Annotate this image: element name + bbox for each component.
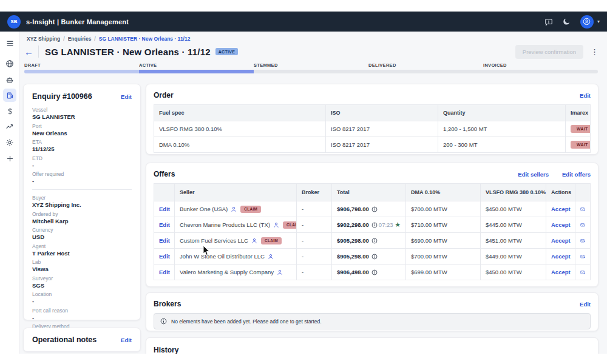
page-header: ← SG LANNISTER · New Orleans · 11/12 ACT… xyxy=(24,44,599,59)
claim-badge[interactable]: CLAIM xyxy=(261,237,282,244)
dma-price: $690.00 MTW xyxy=(406,233,481,248)
offers-title: Offers xyxy=(154,170,175,178)
user-menu-caret-icon[interactable]: ▾ xyxy=(597,19,600,24)
accept-offer-link[interactable]: Accept xyxy=(551,221,571,228)
preview-confirmation-button[interactable]: Preview confirmation xyxy=(515,45,583,59)
offer-row: Edit Custom Fuel Services LLC CLAIM - $9… xyxy=(154,233,590,249)
settings-gear-icon[interactable] xyxy=(0,135,19,150)
send-mail-icon[interactable] xyxy=(580,237,585,244)
back-arrow-icon[interactable]: ← xyxy=(24,47,33,57)
person-icon[interactable] xyxy=(231,206,237,212)
broker-cell: - xyxy=(297,217,332,232)
edit-offer-link[interactable]: Edit xyxy=(159,237,170,244)
person-icon[interactable] xyxy=(273,222,279,228)
vlsfo-price: $449.00 MTW xyxy=(481,249,546,264)
seller-name: Valero Marketing & Supply Company xyxy=(180,269,274,275)
send-mail-icon[interactable] xyxy=(580,269,585,276)
feedback-icon[interactable] xyxy=(544,18,553,26)
menu-icon[interactable] xyxy=(0,35,19,51)
imarex-wait-badge[interactable]: WAIT xyxy=(571,141,590,149)
accept-offer-link[interactable]: Accept xyxy=(551,253,571,260)
total-amount: $906,798.00 xyxy=(337,206,369,212)
edit-offers-link[interactable]: Edit offers xyxy=(562,171,591,178)
send-mail-icon[interactable] xyxy=(580,206,585,213)
edit-order-link[interactable]: Edit xyxy=(580,92,591,99)
globe-icon[interactable] xyxy=(0,56,19,72)
field-ordered-by: Ordered byMitchell Karp xyxy=(32,211,132,225)
edit-offer-link[interactable]: Edit xyxy=(159,221,170,228)
step-invoiced: INVOICED xyxy=(483,62,598,68)
operational-notes-title: Operational notes xyxy=(32,335,97,344)
breadcrumb-item[interactable]: XYZ Shipping xyxy=(27,36,60,42)
info-icon[interactable] xyxy=(371,238,378,244)
edit-offer-link[interactable]: Edit xyxy=(159,206,170,212)
offer-timer: 07:23 xyxy=(379,221,393,228)
edit-sellers-link[interactable]: Edit sellers xyxy=(518,171,549,178)
seller-name: John W Stone Oil Distributor LLC xyxy=(180,253,265,260)
pricing-dollar-icon[interactable] xyxy=(0,103,19,119)
seller-name: Bunker One (USA) xyxy=(180,206,228,212)
send-mail-icon[interactable] xyxy=(580,253,585,260)
field-surveyor: SurveyorSGS xyxy=(32,275,132,289)
order-row: VLSFO RMG 380 0.10% ISO 8217 2017 1,200 … xyxy=(154,121,590,137)
offers-card: Offers Edit sellers Edit offers Seller B… xyxy=(146,163,599,287)
person-icon[interactable] xyxy=(268,254,274,260)
operational-notes-card: Operational notes Edit xyxy=(23,328,141,352)
mouse-cursor xyxy=(203,245,211,258)
status-badge: ACTIVE xyxy=(215,48,238,55)
col-actions: Actions xyxy=(546,184,575,201)
analytics-trend-icon[interactable] xyxy=(0,119,19,135)
send-mail-icon[interactable] xyxy=(580,221,585,229)
info-icon[interactable] xyxy=(371,269,378,275)
iso-spec: ISO 8217 2017 xyxy=(326,121,438,136)
edit-enquiry-link[interactable]: Edit xyxy=(121,93,132,100)
accept-offer-link[interactable]: Accept xyxy=(551,269,571,275)
status-stepper: DRAFT ACTIVE STEMMED DELIVERED INVOICED xyxy=(24,62,598,68)
user-avatar[interactable] xyxy=(580,15,594,29)
breadcrumb-item[interactable]: Enquiries xyxy=(68,36,92,42)
kebab-menu-icon[interactable]: ⋮ xyxy=(591,47,599,56)
screen: SB s-Insight | Bunker Management ▾ xyxy=(0,0,607,364)
add-plus-icon[interactable] xyxy=(0,150,19,166)
vlsfo-price: $450.00 MTW xyxy=(481,265,546,280)
stepper-progress-bar xyxy=(24,70,598,73)
breadcrumb-separator: / xyxy=(91,36,98,42)
offer-row: Edit Valero Marketing & Supply Company -… xyxy=(154,265,590,280)
edit-offer-link[interactable]: Edit xyxy=(159,269,170,275)
claim-badge[interactable]: CLAIM xyxy=(240,206,261,213)
accept-offer-link[interactable]: Accept xyxy=(551,206,571,212)
card-divider xyxy=(32,189,132,190)
dark-mode-moon-icon[interactable] xyxy=(563,18,571,25)
col-fuel-spec: Fuel spec xyxy=(154,105,326,121)
dma-price: $710.00 MTW xyxy=(406,217,481,232)
imarex-wait-badge[interactable]: WAIT xyxy=(571,125,590,133)
field-etd: ETD- xyxy=(32,155,132,169)
field-port: PortNew Orleans xyxy=(32,123,132,137)
info-icon[interactable] xyxy=(371,222,378,228)
col-iso: ISO xyxy=(326,105,438,121)
best-offer-star-icon[interactable]: ★ xyxy=(395,221,401,229)
bunker-fuel-icon[interactable] xyxy=(0,87,19,103)
accept-offer-link[interactable]: Accept xyxy=(551,237,571,244)
claim-badge[interactable]: CLAIM xyxy=(283,221,297,229)
edit-offer-link[interactable]: Edit xyxy=(159,253,170,260)
person-icon[interactable] xyxy=(277,269,283,275)
app-body: XYZ Shipping/Enquiries/SG LANNISTER · Ne… xyxy=(0,32,607,354)
page-title: SG LANNISTER · New Orleans · 11/12 xyxy=(45,47,211,57)
edit-brokers-link[interactable]: Edit xyxy=(580,301,591,308)
vlsfo-price: $450.00 MTW xyxy=(481,201,546,217)
broker-cell: - xyxy=(297,201,332,217)
field-eta: ETA11/12/25 xyxy=(32,139,132,153)
order-card: Order Edit Fuel spec ISO Quantity Imarex… xyxy=(146,84,599,155)
edit-operational-notes-link[interactable]: Edit xyxy=(121,337,132,343)
vessel-icon[interactable] xyxy=(0,72,19,87)
broker-cell: - xyxy=(297,249,332,264)
info-icon[interactable] xyxy=(371,206,378,212)
offer-row: Edit Bunker One (USA) CLAIM - $906,798.0… xyxy=(154,201,590,217)
breadcrumb: XYZ Shipping/Enquiries/SG LANNISTER · Ne… xyxy=(27,36,190,42)
info-icon[interactable] xyxy=(371,254,378,260)
field-location: Location- xyxy=(32,291,132,305)
order-table: Fuel spec ISO Quantity Imarex VLSFO RMG … xyxy=(154,104,591,153)
breadcrumb-current: SG LANNISTER · New Orleans · 11/12 xyxy=(99,36,191,42)
person-icon[interactable] xyxy=(251,238,257,244)
